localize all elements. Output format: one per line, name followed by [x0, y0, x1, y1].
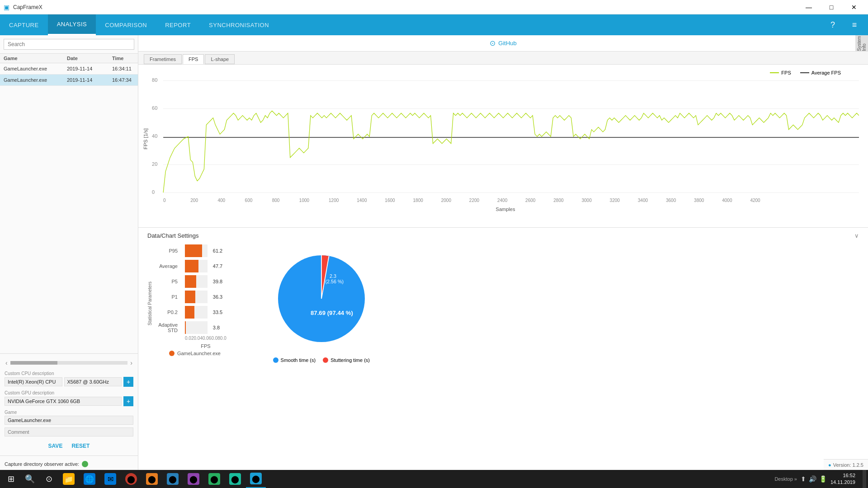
- x-val-40: 40.0: [200, 336, 208, 341]
- speaker-icon[interactable]: 🔊: [809, 475, 816, 483]
- gpu-edit-button[interactable]: +: [123, 396, 133, 406]
- scroll-left-icon[interactable]: ‹: [5, 358, 9, 367]
- tab-lshape[interactable]: L-shape: [205, 54, 235, 64]
- system-info-label: System Info: [857, 35, 867, 51]
- tab-frametimes[interactable]: Frametimes: [144, 54, 182, 64]
- taskbar-app-explorer[interactable]: 📁: [59, 470, 79, 488]
- reset-button[interactable]: RESET: [71, 443, 90, 449]
- minimize-button[interactable]: —: [798, 0, 819, 14]
- battery-icon[interactable]: 🔋: [819, 475, 827, 483]
- nav-tab-analysis[interactable]: ANALYSIS: [48, 14, 96, 35]
- row2-date: 2019-11-14: [67, 77, 112, 83]
- tab-fps[interactable]: FPS: [183, 54, 204, 64]
- legend-avg-label: Average FPS: [811, 70, 841, 75]
- svg-text:1600: 1600: [385, 198, 395, 203]
- svg-text:3400: 3400: [638, 198, 648, 203]
- sidebar: Game Date Time Comment GameLauncher.exe …: [0, 35, 138, 472]
- edge-icon: 🌐: [84, 473, 95, 485]
- network-icon[interactable]: ⬆: [801, 475, 806, 483]
- bar-legend-text: GameLauncher.exe: [177, 351, 221, 356]
- save-button[interactable]: SAVE: [48, 443, 63, 449]
- col-time: Time: [112, 56, 138, 61]
- legend-fps: FPS: [770, 70, 791, 75]
- chart-legend: FPS Average FPS: [770, 70, 841, 75]
- search-box: [0, 35, 138, 54]
- search-button[interactable]: 🔍: [21, 470, 39, 488]
- taskbar-app-mail[interactable]: ✉: [100, 470, 120, 488]
- bar-value-average: 47.7: [213, 263, 226, 269]
- version-text: Version: 1.2.5: [833, 462, 863, 468]
- smooth-dot: [273, 357, 278, 363]
- app-purple-icon: ⬤: [188, 473, 199, 485]
- nav-tab-capture[interactable]: CAPTURE: [0, 14, 48, 35]
- cpu-name: Intel(R) Xeon(R) CPU: [5, 377, 62, 386]
- taskbar-time: 16:52 14.11.2019: [830, 472, 859, 486]
- table-header: Game Date Time Comment: [0, 54, 138, 63]
- bar-label-average: Average: [154, 263, 181, 269]
- settings-content: Statistical Parameters P95 61.2: [147, 244, 859, 363]
- cpu-edit-button[interactable]: +: [123, 377, 133, 387]
- taskbar-app-purple[interactable]: ⬤: [184, 470, 203, 488]
- close-button[interactable]: ✕: [844, 0, 864, 14]
- nav-tab-synchronisation[interactable]: SYNCHRONISATION: [200, 14, 278, 35]
- date: 14.11.2019: [830, 479, 855, 486]
- taskview-button[interactable]: ⊙: [40, 470, 58, 488]
- legend-fps-label: FPS: [781, 70, 791, 75]
- bar-chart-with-label: Statistical Parameters P95 61.2: [147, 244, 236, 363]
- taskbar-app-green[interactable]: ⬤: [204, 470, 224, 488]
- comment-input[interactable]: [5, 427, 133, 436]
- maximize-button[interactable]: □: [821, 0, 842, 14]
- help-button[interactable]: ?: [825, 17, 841, 33]
- taskbar-app-capframex[interactable]: ⬤: [246, 470, 266, 488]
- taskbar-app-edge[interactable]: 🌐: [80, 470, 99, 488]
- chart-area: 80 60 40 20 0 0: [143, 78, 859, 218]
- system-info-tab[interactable]: System Info: [855, 35, 868, 51]
- nav-tab-report[interactable]: REPORT: [156, 14, 200, 35]
- taskbar: ⊞ 🔍 ⊙ 📁 🌐 ✉ ⬤ ⬤ ⬤ ⬤ ⬤ ⬤ ⬤: [0, 470, 868, 488]
- svg-text:3600: 3600: [666, 198, 676, 203]
- bar-value-p95: 61.2: [213, 248, 226, 253]
- svg-text:FPS [1/s]: FPS [1/s]: [143, 128, 148, 150]
- nav-tab-comparison[interactable]: COMPARISON: [96, 14, 156, 35]
- sidebar-bottom: ‹ › Custom CPU description Intel(R) Xeon…: [0, 353, 138, 455]
- desktop-label[interactable]: Desktop »: [774, 476, 797, 482]
- taskbar-app-blue2[interactable]: ⬤: [225, 470, 245, 488]
- start-button[interactable]: ⊞: [2, 470, 20, 488]
- stats-label: Statistical Parameters: [147, 282, 152, 325]
- svg-text:3800: 3800: [694, 198, 704, 203]
- taskbar-app-red[interactable]: ⬤: [121, 470, 141, 488]
- svg-text:1400: 1400: [357, 198, 367, 203]
- table-row[interactable]: GameLauncher.exe 2019-11-14 16:47:34: [0, 75, 138, 86]
- bar-chart-section: P95 61.2 Average: [154, 244, 236, 363]
- bar-row-average: Average 47.7: [181, 260, 226, 272]
- search-input[interactable]: [4, 39, 134, 50]
- gpu-label: Custom GPU description: [5, 390, 133, 395]
- content-area: ⊙ GitHub System Info Frametimes FPS L-sh…: [138, 35, 868, 472]
- version-bar: ● Version: 1.2.5: [824, 459, 868, 470]
- svg-text:1000: 1000: [299, 198, 310, 203]
- cpu-spec: X5687 @ 3.60GHz: [64, 377, 122, 386]
- taskbar-app-blue1[interactable]: ⬤: [163, 470, 183, 488]
- table-row[interactable]: GameLauncher.exe 2019-11-14 16:34:11: [0, 63, 138, 75]
- app-title: CapFrameX: [13, 4, 42, 10]
- svg-text:2000: 2000: [441, 198, 452, 203]
- scroll-thumb: [10, 361, 57, 365]
- pie-stutter-legend: Stuttering time (s): [323, 357, 370, 363]
- bar-value-p5: 39.8: [213, 279, 226, 284]
- github-link[interactable]: ⊙ GitHub: [490, 39, 516, 47]
- svg-text:2200: 2200: [469, 198, 480, 203]
- x-val-20: 20.0: [191, 336, 200, 341]
- cpu-section: Custom CPU description Intel(R) Xeon(R) …: [5, 371, 133, 387]
- bar-fill-p1: [185, 291, 195, 303]
- taskbar-app-orange[interactable]: ⬤: [142, 470, 162, 488]
- scroll-right-icon[interactable]: ›: [129, 358, 133, 367]
- svg-text:87.69 (97.44 %): 87.69 (97.44 %): [311, 310, 353, 316]
- app-green-icon: ⬤: [208, 473, 220, 485]
- show-desktop-button[interactable]: [863, 470, 866, 488]
- settings-collapse-icon[interactable]: ∨: [854, 232, 859, 239]
- svg-text:0: 0: [163, 198, 166, 203]
- row1-game: GameLauncher.exe: [4, 66, 67, 71]
- game-label: Game: [5, 410, 133, 415]
- menu-button[interactable]: ≡: [846, 17, 863, 33]
- app-blue1-icon: ⬤: [167, 473, 179, 485]
